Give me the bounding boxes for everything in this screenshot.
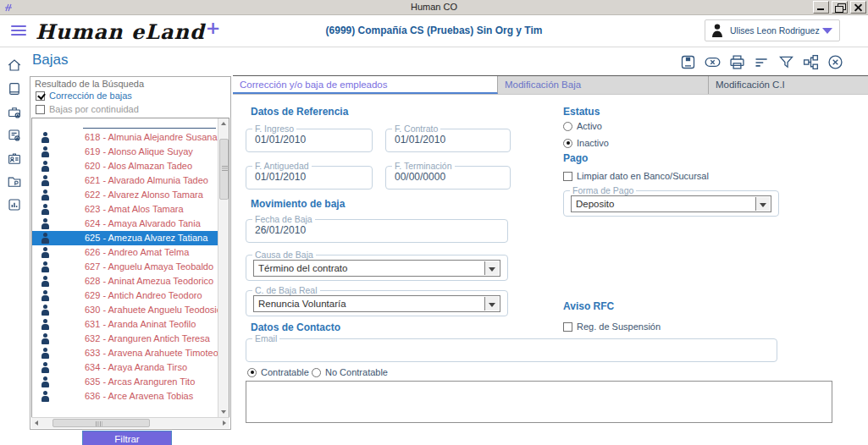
list-item[interactable]: 618 - Almunia Alejandre Susana [32,130,218,145]
checkbox-unchecked-icon[interactable] [563,172,572,181]
close-icon[interactable] [850,1,866,14]
list-item[interactable]: 626 - Andreo Amat Telma [32,245,218,260]
field-fecha-baja[interactable]: Fecha de Baja 26/01/2010 [246,214,508,243]
list-item[interactable]: 620 - Alos Almazan Tadeo [32,159,218,173]
radio-activo[interactable]: Activo [563,121,602,131]
person-icon [40,290,50,301]
radio-selected-icon[interactable] [247,368,257,377]
radio-inactivo[interactable]: Inactivo [563,138,609,148]
causa-baja-real-select[interactable]: Renuncia Voluntaría [253,295,500,312]
person-icon [40,233,50,244]
list-item[interactable]: 633 - Aravena Arahuete Timoteo [32,346,218,360]
checkbox-limpiar-banco[interactable]: Limpiar dato en Banco/Sucursal [563,171,709,181]
radio-unselected-icon[interactable] [312,368,321,377]
field-forma-pago: Forma de Pago Deposito [563,185,779,217]
person-icon [40,132,50,143]
nav-id-badge-icon[interactable] [7,151,22,167]
list-item[interactable]: 622 - Alvarez Alonso Tamara [32,188,218,202]
person-icon [40,305,50,316]
causa-baja-select[interactable]: Término del contrato [253,260,500,277]
checkbox-unchecked-icon[interactable] [563,322,572,332]
list-item[interactable]: 619 - Alonso Alique Suyay [32,145,218,159]
restore-icon[interactable] [832,1,848,14]
field-f-ingreso[interactable]: F. Ingreso 01/01/2010 [246,124,373,152]
minimize-icon[interactable] [813,1,829,14]
nav-folder-p-icon[interactable] [7,174,22,190]
nav-home-icon[interactable] [7,58,22,73]
dropdown-arrow-icon[interactable] [484,261,499,275]
comments-textarea[interactable] [246,381,832,423]
checkbox-checked-icon[interactable] [36,91,45,101]
save-icon[interactable] [679,53,697,71]
checkbox-unchecked-icon[interactable] [36,105,45,114]
menu-icon[interactable] [11,25,26,36]
delete-icon[interactable] [704,53,721,71]
list-item[interactable]: 632 - Aranguren Antich Teresa [32,332,218,346]
hierarchy-icon[interactable] [802,53,820,71]
sort-icon[interactable] [753,53,771,71]
section-datos-contacto: Datos de Contacto [251,321,340,333]
tab-correccion-baja[interactable]: Corrección y/o baja de empleados [233,76,498,94]
list-item[interactable]: 635 - Arcas Aranguren Tito [32,375,218,389]
person-icon [40,146,50,157]
filter-button[interactable]: Filtrar [82,431,172,445]
company-title: (6999) Compañía CS (Pruebas) Sin Org y T… [326,25,543,36]
list-item[interactable]: 628 - Aninat Amezua Teodorico [32,274,218,288]
field-causa-baja: Causa de Baja Término del contrato [246,250,508,281]
list-item[interactable]: 631 - Aranda Aninat Teofilo [32,317,218,332]
field-f-antiguedad[interactable]: F. Antiguedad 01/01/2010 [246,161,373,190]
close-circle-icon[interactable] [827,53,844,71]
list-item[interactable]: 630 - Arahuete Anguelu Teodosio [32,303,218,317]
scroll-up-icon[interactable] [218,118,229,129]
print-icon[interactable] [728,53,746,71]
dropdown-arrow-icon[interactable] [484,297,499,310]
list-item[interactable]: 627 - Anguelu Amaya Teobaldo [32,260,218,274]
forma-pago-select[interactable]: Deposito [571,195,771,212]
field-email[interactable]: Email [246,333,777,362]
field-f-terminacion[interactable]: F. Terminación 00/00/0000 [385,161,511,190]
vertical-scrollbar[interactable] [218,118,229,417]
person-icon [40,218,50,229]
list-item[interactable]: 624 - Amaya Alvarado Tania [32,217,218,231]
person-icon [40,333,50,344]
scroll-left-icon[interactable] [31,418,42,428]
nav-book-icon[interactable] [7,81,22,96]
list-item[interactable]: 636 - Arce Aravena Tobias [32,389,218,404]
nav-document-lock-icon[interactable] [7,128,22,143]
radio-selected-icon[interactable] [563,139,572,148]
scroll-down-icon[interactable] [218,406,229,417]
scroll-right-icon[interactable] [218,418,229,428]
tab-modificacion-baja[interactable]: Modificación Baja [498,76,709,94]
person-icon [40,348,50,359]
list-item[interactable]: 634 - Araya Aranda Tirso [32,360,218,375]
field-f-contrato[interactable]: F. Contrato 01/01/2010 [385,124,511,152]
list-item-selected[interactable]: 625 - Amezua Alvarez Tatiana [32,231,218,245]
filter-continuidad-checkbox[interactable]: Bajas por continuidad [36,104,139,114]
person-icon [40,391,50,402]
nav-chart-icon[interactable] [7,197,22,212]
filter-correccion-checkbox[interactable]: Corrección de bajas [36,91,132,101]
list-item[interactable]: 621 - Alvarado Almunia Tadeo [32,173,218,188]
user-menu[interactable]: Ulises Leon Rodriguez [705,19,840,41]
person-icon [40,261,50,272]
person-icon [40,161,50,172]
section-pago: Pago [563,152,588,164]
radio-contratable[interactable]: Contratable [247,367,309,377]
tab-modificacion-ci[interactable]: Modificación C.I [709,76,868,94]
filter-icon[interactable] [777,53,795,71]
person-icon [40,204,50,215]
radio-unselected-icon[interactable] [563,122,572,131]
scrollbar-thumb[interactable] [219,139,229,200]
chevron-down-icon [822,28,832,34]
list-item[interactable]: 623 - Amat Alos Tamara [32,202,218,217]
dropdown-arrow-icon[interactable] [755,197,770,211]
horizontal-scrollbar[interactable] [31,417,229,428]
user-icon [711,24,723,37]
nav-briefcase-lock-icon[interactable] [7,105,22,120]
radio-no-contratable[interactable]: No Contratable [312,367,388,377]
person-icon [40,376,50,387]
section-estatus: Estatus [563,106,600,118]
checkbox-reg-suspension[interactable]: Reg. de Suspensión [563,321,661,332]
list-item[interactable]: 629 - Antich Andreo Teodoro [32,288,218,303]
scrollbar-thumb[interactable] [53,419,150,427]
